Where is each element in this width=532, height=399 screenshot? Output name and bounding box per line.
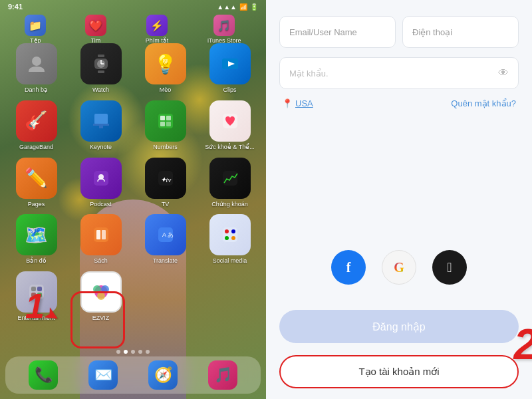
social-login-section: f G  bbox=[279, 239, 519, 295]
login-button[interactable]: Đăng nhập bbox=[279, 310, 519, 343]
svg-text:✦tv: ✦tv bbox=[160, 176, 171, 184]
svg-point-32 bbox=[225, 236, 229, 240]
svg-rect-25 bbox=[102, 230, 106, 239]
svg-rect-22 bbox=[223, 171, 237, 186]
svg-point-40 bbox=[93, 285, 101, 293]
location-value[interactable]: USA bbox=[295, 98, 313, 108]
app-label-sach: Sách bbox=[94, 257, 108, 265]
app-label-garageband: GarageBand bbox=[19, 144, 53, 151]
phone-placeholder: Điện thoại bbox=[412, 27, 452, 37]
app-icon-keynote bbox=[80, 100, 122, 142]
spacer bbox=[279, 118, 519, 225]
facebook-login-button[interactable]: f bbox=[331, 250, 366, 285]
wifi-icon: 📶 bbox=[239, 3, 247, 11]
app-icon-clips bbox=[209, 43, 251, 84]
app-suckhoe[interactable]: Sức khoẻ & Thể... bbox=[199, 100, 261, 151]
top-app-phimtat[interactable]: ⚡ Phím tắt bbox=[146, 15, 169, 44]
svg-text:A: A bbox=[162, 231, 166, 238]
login-panel: Email/User Name Điện thoại Mật khẩu. 👁 📍… bbox=[266, 0, 532, 399]
svg-rect-9 bbox=[94, 114, 108, 124]
svg-rect-15 bbox=[160, 122, 165, 126]
app-sach[interactable]: Sách bbox=[70, 214, 132, 265]
dot-active bbox=[124, 350, 128, 354]
app-meo[interactable]: 💡 Mèo bbox=[134, 43, 196, 94]
svg-point-41 bbox=[101, 285, 109, 293]
location-row: 📍 USA Quên mật khẩu? bbox=[279, 98, 519, 108]
location-left: 📍 USA bbox=[282, 98, 313, 108]
svg-rect-10 bbox=[93, 124, 109, 126]
svg-point-30 bbox=[225, 229, 229, 233]
app-label-danhba: Danh bạ bbox=[25, 86, 48, 94]
phone-input[interactable]: Điện thoại bbox=[402, 16, 519, 48]
eye-icon[interactable]: 👁 bbox=[498, 67, 509, 79]
app-pages[interactable]: ✏️ Pages bbox=[5, 158, 67, 208]
register-button[interactable]: Tạo tài khoản mới bbox=[279, 355, 519, 388]
dock-mail[interactable]: ✉️ bbox=[88, 360, 118, 390]
app-icon-meo: 💡 bbox=[145, 43, 186, 84]
location-pin-icon: 📍 bbox=[282, 98, 293, 108]
app-watch[interactable]: Watch bbox=[70, 43, 132, 94]
app-icon-translate: Aあ bbox=[145, 214, 186, 255]
app-icon-bando: 🗺️ bbox=[16, 214, 57, 255]
app-podcast[interactable]: Podcast bbox=[70, 158, 132, 208]
dock-safari[interactable]: 🧭 bbox=[148, 360, 178, 390]
login-button-label: Đăng nhập bbox=[372, 321, 425, 333]
facebook-icon: f bbox=[346, 260, 351, 275]
app-grid: Danh bạ Watch 💡 Mèo Clips 🎸 G bbox=[5, 43, 261, 322]
app-label-keynote: Keynote bbox=[90, 144, 112, 151]
app-bando[interactable]: 🗺️ Bản đồ bbox=[5, 214, 67, 265]
register-button-label: Tạo tài khoản mới bbox=[358, 366, 439, 378]
svg-rect-2 bbox=[98, 70, 104, 73]
dot bbox=[116, 350, 120, 354]
app-keynote[interactable]: Keynote bbox=[70, 100, 132, 151]
svg-rect-13 bbox=[160, 116, 165, 120]
app-icon-suckhoe bbox=[209, 100, 251, 142]
app-label-socialmedia: Social media bbox=[213, 257, 247, 265]
dock-phone[interactable]: 📞 bbox=[29, 360, 58, 390]
app-icon-ezviz bbox=[80, 271, 122, 313]
ios-dock: 📞 ✉️ 🧭 🎵 bbox=[5, 356, 261, 394]
top-app-row: 📁 Tệp ❤️ Tim ⚡ Phím tắt 🎵 iTunes Store bbox=[0, 15, 266, 44]
email-placeholder: Email/User Name bbox=[289, 27, 357, 37]
app-icon-tv: ✦tv bbox=[145, 158, 186, 199]
dot bbox=[131, 350, 135, 354]
forgot-password-link[interactable]: Quên mật khẩu? bbox=[451, 98, 516, 108]
app-clips[interactable]: Clips bbox=[199, 43, 261, 94]
app-icon-podcast bbox=[80, 158, 122, 199]
dock-music[interactable]: 🎵 bbox=[208, 360, 237, 390]
app-ezviz[interactable]: EZVIZ bbox=[70, 271, 132, 322]
top-app-tep[interactable]: 📁 Tệp bbox=[25, 15, 46, 44]
page-dots bbox=[0, 350, 266, 354]
app-label-tv: TV bbox=[162, 201, 170, 208]
apple-login-button[interactable]:  bbox=[432, 250, 467, 285]
app-icon-chungkhoan bbox=[209, 158, 251, 199]
email-input[interactable]: Email/User Name bbox=[279, 16, 396, 48]
signal-icon: ▲▲▲ bbox=[217, 3, 237, 11]
app-label-podcast: Podcast bbox=[90, 201, 112, 208]
app-socialmedia[interactable]: Social media bbox=[199, 214, 261, 265]
top-app-itunes[interactable]: 🎵 iTunes Store bbox=[207, 15, 241, 44]
google-login-button[interactable]: G bbox=[382, 250, 416, 285]
app-label-clips: Clips bbox=[223, 86, 236, 94]
app-icon-numbers bbox=[145, 100, 186, 142]
app-numbers[interactable]: Numbers bbox=[134, 100, 196, 151]
app-translate[interactable]: Aあ Translate bbox=[134, 214, 196, 265]
svg-rect-1 bbox=[98, 55, 104, 57]
app-icon-watch bbox=[80, 43, 122, 84]
status-time: 9:41 bbox=[8, 3, 23, 11]
app-garageband[interactable]: 🎸 GarageBand bbox=[5, 100, 67, 151]
password-input[interactable]: Mật khẩu. 👁 bbox=[279, 57, 519, 89]
top-app-tim[interactable]: ❤️ Tim bbox=[85, 15, 106, 44]
svg-rect-29 bbox=[223, 227, 237, 242]
app-label-pages: Pages bbox=[28, 201, 45, 208]
app-tv[interactable]: ✦tv TV bbox=[134, 158, 196, 208]
app-label-translate: Translate bbox=[153, 257, 178, 265]
google-icon: G bbox=[394, 260, 404, 275]
email-phone-row: Email/User Name Điện thoại bbox=[279, 16, 519, 48]
battery-icon: 🔋 bbox=[250, 3, 258, 11]
app-chungkhoan[interactable]: Chứng khoán bbox=[199, 158, 261, 208]
app-icon-danhba bbox=[16, 43, 57, 84]
status-icons: ▲▲▲ 📶 🔋 bbox=[217, 3, 258, 11]
password-placeholder: Mật khẩu. bbox=[289, 68, 329, 78]
app-danhba[interactable]: Danh bạ bbox=[5, 43, 67, 94]
